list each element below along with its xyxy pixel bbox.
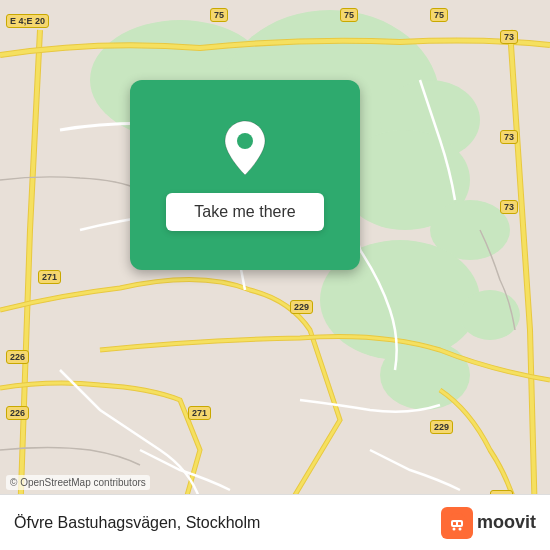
moovit-brand-text: moovit	[477, 512, 536, 533]
road-badge-73-1: 73	[500, 30, 518, 44]
road-badge-73-3: 73	[500, 200, 518, 214]
svg-rect-5	[453, 522, 456, 525]
road-badge-e4e20: E 4;E 20	[6, 14, 49, 28]
take-me-there-button[interactable]: Take me there	[166, 193, 323, 231]
location-pin-icon	[220, 119, 270, 177]
road-badge-75-2: 75	[340, 8, 358, 22]
svg-point-0	[237, 133, 253, 149]
svg-rect-6	[458, 522, 461, 525]
road-badge-73-2: 73	[500, 130, 518, 144]
road-badge-75-1: 75	[210, 8, 228, 22]
svg-point-4	[458, 527, 461, 530]
location-name: Öfvre Bastuhagsvägen, Stockholm	[14, 514, 260, 532]
svg-point-3	[452, 527, 455, 530]
moovit-logo: moovit	[441, 507, 536, 539]
road-badge-226-1: 226	[6, 350, 29, 364]
bottom-bar: Öfvre Bastuhagsvägen, Stockholm moovit	[0, 494, 550, 550]
map-attribution: © OpenStreetMap contributors	[6, 475, 150, 490]
svg-rect-2	[451, 520, 463, 527]
moovit-logo-icon	[441, 507, 473, 539]
road-badge-226-2: 226	[6, 406, 29, 420]
road-badge-271-2: 271	[188, 406, 211, 420]
road-badge-229-1: 229	[290, 300, 313, 314]
location-card: Take me there	[130, 80, 360, 270]
road-badge-75-3: 75	[430, 8, 448, 22]
road-badge-271-1: 271	[38, 270, 61, 284]
map-container: E 4;E 20 75 75 75 73 73 73 271 229 226 2…	[0, 0, 550, 550]
road-badge-229-2: 229	[430, 420, 453, 434]
